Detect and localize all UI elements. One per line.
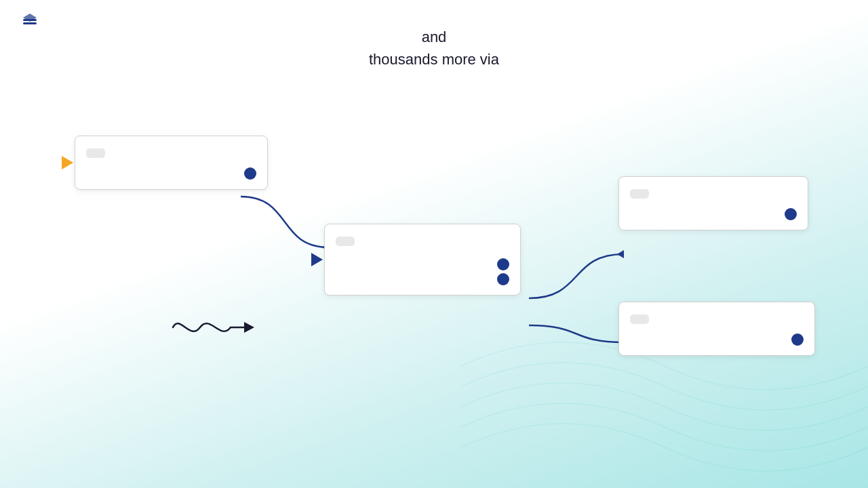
- page-header: andthousands more via: [0, 0, 868, 70]
- logo: [20, 12, 45, 31]
- do-top-then-row: [630, 208, 797, 220]
- output-dot: [244, 167, 256, 180]
- check-icon: [311, 253, 323, 266]
- flow-diagram: [34, 125, 821, 396]
- start-node: [75, 136, 268, 190]
- check-then-row: [336, 258, 509, 270]
- check-otherwise-row: [336, 273, 509, 285]
- do-bottom-then-row: [630, 333, 804, 346]
- do-top-content: [630, 189, 649, 199]
- do-top-then-dot: [785, 208, 797, 220]
- svg-rect-1: [23, 22, 37, 24]
- start-content: [86, 148, 105, 158]
- do-top-node: [618, 176, 808, 230]
- logo-icon: [20, 12, 39, 31]
- subtitle-text2: andthousands more via: [369, 28, 499, 68]
- then-dot: [497, 258, 509, 270]
- do-bottom-node: [618, 302, 815, 356]
- otherwise-dot: [497, 273, 509, 285]
- check-content: [336, 237, 355, 246]
- start-icon: [62, 156, 73, 169]
- start-output: [86, 167, 256, 180]
- do-bottom-then-dot: [791, 333, 804, 346]
- do-bottom-content: [630, 314, 649, 324]
- svg-marker-4: [617, 250, 624, 258]
- subtitle: andthousands more via: [0, 26, 868, 70]
- check-node: [324, 224, 521, 296]
